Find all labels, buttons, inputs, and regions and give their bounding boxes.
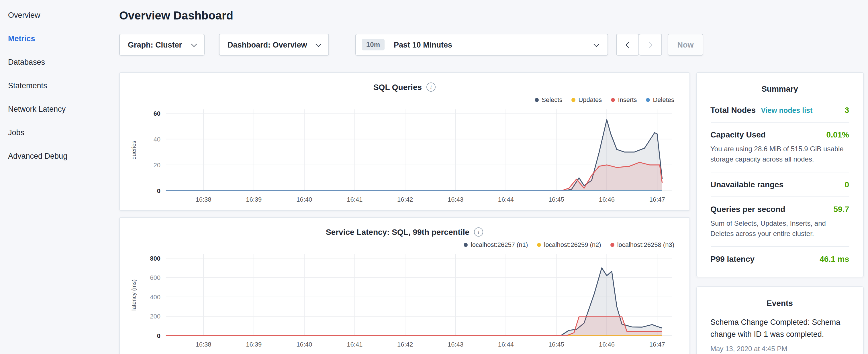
summary-rows: Total NodesView nodes list3Capacity Used… xyxy=(710,98,849,271)
svg-text:16:47: 16:47 xyxy=(649,341,665,348)
summary-value: 3 xyxy=(840,105,849,115)
summary-row-queries-per-second: Queries per second59.7Sum of Selects, Up… xyxy=(710,196,849,246)
svg-text:200: 200 xyxy=(150,313,160,320)
summary-row-head: Unavailable ranges0 xyxy=(710,180,849,189)
sidebar-item-databases[interactable]: Databases xyxy=(8,51,119,74)
chevron-down-icon xyxy=(593,41,599,47)
sidebar-item-network-latency[interactable]: Network Latency xyxy=(8,97,119,121)
sql-queries-chart-panel: SQL Queries i SelectsUpdatesInsertsDelet… xyxy=(119,72,690,211)
svg-text:16:43: 16:43 xyxy=(447,341,463,348)
summary-value: 0.01% xyxy=(822,130,849,139)
legend-label: Inserts xyxy=(618,96,637,103)
legend-item-deletes[interactable]: Deletes xyxy=(646,96,674,103)
chart-title: Service Latency: SQL, 99th percentile xyxy=(326,227,469,236)
chevron-left-icon xyxy=(626,42,631,47)
sidebar-item-statements[interactable]: Statements xyxy=(8,74,119,97)
main-content: Overview Dashboard Graph: Cluster Dashbo… xyxy=(119,0,868,354)
legend-dot-icon xyxy=(537,243,541,247)
legend-label: localhost:26259 (n2) xyxy=(544,241,601,248)
info-icon[interactable]: i xyxy=(474,227,483,236)
legend-dot-icon xyxy=(646,98,650,102)
chart-title: SQL Queries xyxy=(373,83,422,92)
legend-item-selects[interactable]: Selects xyxy=(535,96,562,103)
svg-text:16:42: 16:42 xyxy=(397,341,413,348)
sidebar-item-overview[interactable]: Overview xyxy=(8,3,119,27)
info-icon[interactable]: i xyxy=(426,83,436,92)
summary-link[interactable]: View nodes list xyxy=(761,106,812,115)
chevron-down-icon xyxy=(191,41,197,47)
legend-dot-icon xyxy=(611,98,615,102)
legend-item-inserts[interactable]: Inserts xyxy=(611,96,637,103)
svg-text:16:42: 16:42 xyxy=(397,196,413,203)
chart-svg: 16:3816:3916:4016:4116:4216:4316:4416:45… xyxy=(129,250,680,351)
event-item: Schema Change Completed: Schema change w… xyxy=(710,312,849,354)
legend-label: localhost:26257 (n1) xyxy=(471,241,528,248)
legend-dot-icon xyxy=(610,243,614,247)
svg-text:16:40: 16:40 xyxy=(296,341,312,348)
events-title: Events xyxy=(710,295,849,312)
service-latency-chart-panel: Service Latency: SQL, 99th percentile i … xyxy=(119,217,690,354)
time-forward-button[interactable] xyxy=(639,34,662,56)
summary-row-unavailable-ranges: Unavailable ranges0 xyxy=(710,172,849,196)
svg-text:latency (ms): latency (ms) xyxy=(131,280,137,311)
svg-text:16:40: 16:40 xyxy=(296,196,312,203)
sidebar-item-metrics[interactable]: Metrics xyxy=(8,27,119,51)
now-button[interactable]: Now xyxy=(668,34,703,56)
svg-text:0: 0 xyxy=(157,332,160,340)
controls-bar: Graph: Cluster Dashboard: Overview 10m P… xyxy=(119,34,863,56)
svg-text:16:38: 16:38 xyxy=(195,341,211,348)
chart-legend: localhost:26257 (n1)localhost:26259 (n2)… xyxy=(129,239,680,250)
chart-svg: 16:3816:3916:4016:4116:4216:4316:4416:45… xyxy=(129,105,680,206)
chart-plot-area[interactable]: 16:3816:3916:4016:4116:4216:4316:4416:45… xyxy=(129,250,680,353)
dashboard-dropdown[interactable]: Dashboard: Overview xyxy=(219,34,329,56)
summary-value: 59.7 xyxy=(829,204,849,214)
summary-panel: Summary Total NodesView nodes list3Capac… xyxy=(696,72,863,277)
svg-text:16:39: 16:39 xyxy=(246,341,261,348)
summary-label: Total Nodes xyxy=(710,105,756,115)
dashboard-dropdown-label: Dashboard: Overview xyxy=(227,40,307,49)
sidebar-item-jobs[interactable]: Jobs xyxy=(8,121,119,144)
summary-row-head: Total NodesView nodes list3 xyxy=(710,105,849,115)
legend-item-localhost-26257-n1[interactable]: localhost:26257 (n1) xyxy=(464,241,528,248)
legend-dot-icon xyxy=(464,243,468,247)
right-column: Summary Total NodesView nodes list3Capac… xyxy=(696,72,863,354)
legend-item-localhost-26259-n2[interactable]: localhost:26259 (n2) xyxy=(537,241,601,248)
summary-row-p99-latency: P99 latency46.1 ms xyxy=(710,246,849,271)
chart-title-row: SQL Queries i xyxy=(129,79,680,95)
time-step-buttons xyxy=(616,34,662,56)
svg-text:16:45: 16:45 xyxy=(549,341,564,348)
svg-text:0: 0 xyxy=(157,187,160,194)
svg-text:queries: queries xyxy=(131,141,137,160)
graph-dropdown[interactable]: Graph: Cluster xyxy=(119,34,205,56)
svg-text:16:38: 16:38 xyxy=(195,196,211,203)
time-range-dropdown[interactable]: 10m Past 10 Minutes xyxy=(355,34,608,56)
svg-text:16:41: 16:41 xyxy=(347,341,363,348)
chevron-down-icon xyxy=(315,41,321,47)
summary-row-head: Queries per second59.7 xyxy=(710,204,849,214)
summary-row-total-nodes: Total NodesView nodes list3 xyxy=(710,98,849,122)
legend-dot-icon xyxy=(571,98,576,102)
summary-label: Unavailable ranges xyxy=(710,180,783,189)
legend-item-localhost-26258-n3[interactable]: localhost:26258 (n3) xyxy=(610,241,674,248)
graph-dropdown-label: Graph: Cluster xyxy=(128,40,182,49)
time-range-badge: 10m xyxy=(362,39,384,51)
svg-text:16:39: 16:39 xyxy=(246,196,261,203)
charts-column: SQL Queries i SelectsUpdatesInsertsDelet… xyxy=(119,72,690,354)
svg-text:40: 40 xyxy=(154,136,160,143)
time-back-button[interactable] xyxy=(616,34,639,56)
sidebar: OverviewMetricsDatabasesStatementsNetwor… xyxy=(0,0,119,354)
legend-label: localhost:26258 (n3) xyxy=(617,241,674,248)
summary-row-head: P99 latency46.1 ms xyxy=(710,254,849,263)
events-panel: Events Schema Change Completed: Schema c… xyxy=(696,286,863,354)
summary-value: 46.1 ms xyxy=(815,254,849,263)
svg-text:16:45: 16:45 xyxy=(549,196,564,203)
chart-plot-area[interactable]: 16:3816:3916:4016:4116:4216:4316:4416:45… xyxy=(129,105,680,208)
chart-title-row: Service Latency: SQL, 99th percentile i xyxy=(129,225,680,239)
svg-text:16:41: 16:41 xyxy=(347,196,363,203)
legend-label: Selects xyxy=(541,96,562,103)
svg-text:600: 600 xyxy=(150,274,160,281)
svg-text:60: 60 xyxy=(154,110,160,117)
event-timestamp: May 13, 2020 at 4:45 PM xyxy=(710,345,849,353)
sidebar-item-advanced-debug[interactable]: Advanced Debug xyxy=(8,144,119,168)
legend-item-updates[interactable]: Updates xyxy=(571,96,602,103)
